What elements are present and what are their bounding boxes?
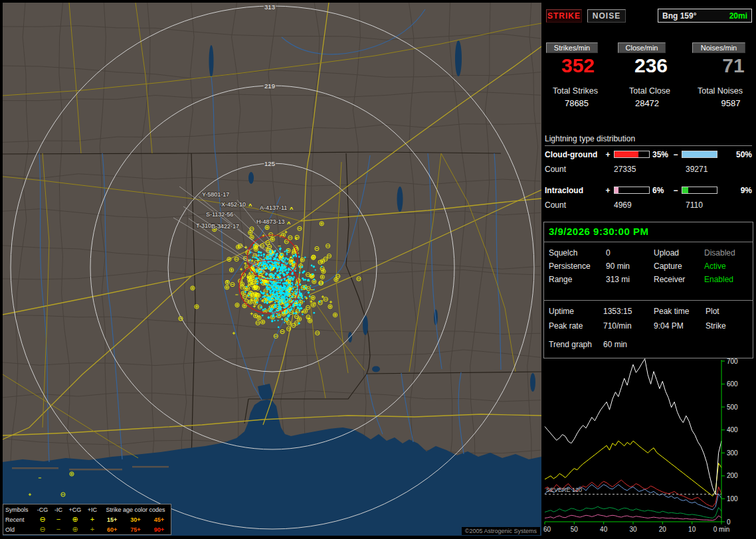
svg-text:500: 500 [727, 404, 738, 411]
plus-sign: + [605, 150, 611, 159]
squelch-value: 0 [606, 248, 611, 258]
range-label: Range [549, 275, 572, 284]
old-label: Old [3, 526, 34, 533]
noise-mode-button[interactable]: NOISE [587, 9, 626, 23]
svg-text:20: 20 [659, 526, 667, 533]
svg-text:313: 313 [264, 3, 275, 11]
ic-plus-bar [614, 187, 650, 194]
capture-label: Capture [654, 262, 682, 271]
cg-plus-bar-fill [614, 151, 638, 157]
ic-minus-count: 7110 [686, 200, 703, 210]
neg-ic-old-icon: − [51, 526, 66, 533]
trend-graph-bg [543, 358, 753, 536]
cg-minus-count: 39271 [686, 165, 708, 174]
neg-cg-old-icon: ⊖ [34, 526, 51, 533]
svg-text:0 min: 0 min [713, 526, 729, 533]
divider [543, 300, 753, 301]
svg-text:Y-5801-17: Y-5801-17 [202, 191, 229, 198]
plus-sign: + [605, 186, 611, 195]
svg-text:125: 125 [264, 160, 275, 167]
uptime-label: Uptime [549, 307, 574, 316]
total-strikes-value: 78685 [545, 98, 609, 108]
svg-text:10: 10 [688, 526, 696, 533]
trend-period-value: 60 min [603, 340, 627, 349]
cg-plus-bar [614, 151, 650, 158]
age-code: 60+ [107, 526, 117, 533]
svg-text:200: 200 [727, 472, 738, 479]
squelch-label: Squelch [549, 248, 577, 258]
age-code: 15+ [107, 516, 117, 523]
total-close-label: Total Close [618, 86, 682, 96]
receiver-label: Receiver [654, 275, 685, 284]
svg-text:SEVERE 120: SEVERE 120 [546, 487, 582, 493]
close-per-min-value: 236 [619, 56, 683, 76]
upload-status: Disabled [704, 248, 735, 258]
svg-text:S-1132-56: S-1132-56 [206, 211, 233, 218]
legend-symbols-header: Symbols [3, 506, 34, 513]
cg-minus-bar [682, 151, 717, 158]
minus-sign: − [672, 150, 679, 159]
svg-text:^: ^ [248, 202, 252, 209]
total-noises-label: Total Noises [688, 86, 752, 96]
svg-text:219: 219 [264, 82, 275, 90]
recent-label: Recent [3, 516, 34, 523]
svg-text:H-4873-13: H-4873-13 [256, 218, 285, 225]
range-value: 313 mi [606, 275, 630, 284]
svg-text:700: 700 [727, 358, 738, 365]
svg-text:40: 40 [600, 526, 608, 533]
persistence-value: 90 min [606, 262, 630, 271]
ic-minus-bar [682, 187, 717, 194]
ic-count-label: Count [545, 200, 566, 210]
cg-plus-percent: 35% [652, 150, 668, 159]
ic-minus-bar-fill [682, 187, 688, 193]
legend-pos-ic-header: +IC [84, 506, 100, 513]
ic-minus-percent: 9% [728, 186, 752, 195]
age-code: 90+ [154, 526, 164, 533]
ic-plus-count: 4969 [614, 200, 632, 210]
svg-text:30: 30 [629, 526, 637, 533]
svg-text:^: ^ [287, 220, 291, 227]
svg-text:B-3422-17: B-3422-17 [211, 223, 239, 230]
map-legend: Symbols -CG -IC +CG +IC Strike age color… [3, 504, 171, 535]
strikes-per-min-header: Strikes/min [546, 42, 598, 53]
svg-text:A-4137-11: A-4137-11 [260, 204, 287, 211]
ic-plus-bar-fill [614, 187, 618, 193]
svg-text:50: 50 [571, 526, 579, 533]
distribution-title: Lightning type distribution [545, 134, 752, 146]
strike-age-title: Strike age color codes [100, 506, 171, 513]
noises-per-min-value: 71 [702, 56, 756, 76]
total-strikes-label: Total Strikes [543, 86, 607, 96]
recent-age-codes: 15+ 30+ 45+ [100, 516, 171, 523]
bearing-display: Bng 159° 20mi [658, 9, 752, 23]
uptime-value: 1353:15 [603, 307, 632, 316]
total-noises-value: 9587 [699, 98, 756, 108]
peak-rate-value: 710/min [603, 321, 632, 331]
legend-pos-cg-header: +CG [66, 506, 84, 513]
receiver-status: Enabled [704, 275, 733, 284]
svg-text:^: ^ [290, 206, 294, 212]
noises-per-min-header: Noises/min [692, 42, 745, 53]
svg-text:100: 100 [727, 495, 738, 502]
pos-ic-recent-icon: + [84, 516, 100, 523]
legend-neg-ic-header: -IC [51, 506, 66, 513]
age-code: 30+ [130, 516, 140, 523]
ic-plus-percent: 6% [652, 186, 664, 195]
lightning-map: 313219125 Y-5801-17X-452-10A-4137-11S-11… [3, 3, 541, 536]
strikes-per-min-value: 352 [546, 56, 610, 76]
copyright-label: ©2005 Astrogenic Systems [462, 527, 540, 535]
map-view[interactable]: 313219125 Y-5801-17X-452-10A-4137-11S-11… [3, 3, 541, 536]
capture-status: Active [704, 262, 726, 271]
cloud-ground-label: Cloud-ground [545, 150, 597, 159]
svg-text:400: 400 [727, 426, 738, 433]
bearing-distance: 20mi [729, 11, 747, 21]
plot-label: Plot [706, 307, 719, 316]
old-age-codes: 60+ 75+ 90+ [100, 526, 171, 533]
strike-mode-button[interactable]: STRIKE [546, 9, 582, 23]
minus-sign: − [672, 186, 679, 195]
legend-header-row: Symbols -CG -IC +CG +IC Strike age color… [3, 504, 171, 514]
legend-recent-row: Recent ⊖ − ⊕ + 15+ 30+ 45+ [3, 514, 171, 524]
peak-time-label: Peak time [654, 307, 689, 316]
legend-neg-cg-header: -CG [34, 506, 51, 513]
persistence-label: Persistence [549, 262, 591, 271]
pos-cg-recent-icon: ⊕ [66, 516, 84, 523]
